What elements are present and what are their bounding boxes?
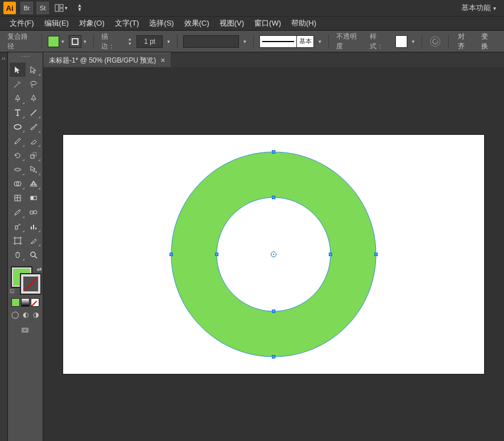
menu-edit[interactable]: 编辑(E) [39, 17, 74, 30]
perspective-grid-tool[interactable] [26, 176, 42, 191]
anchor-handle[interactable] [374, 253, 378, 256]
panel-grip-icon[interactable] [14, 56, 37, 60]
hand-tool[interactable] [10, 248, 26, 262]
stroke-swatch-button[interactable]: ▾ [69, 35, 88, 48]
gpu-preview-icon[interactable] [73, 2, 86, 14]
draw-inside-icon[interactable]: ◑ [31, 310, 40, 319]
main-workspace: ‹‹ [0, 52, 504, 441]
anchor-handle[interactable] [215, 253, 218, 256]
anchor-handle[interactable] [329, 253, 332, 256]
opacity-label[interactable]: 不透明度 [334, 32, 365, 51]
menu-object[interactable]: 对象(O) [74, 17, 110, 30]
fill-stroke-area: ⇄ ◱ [10, 266, 42, 294]
document-tabs: 未标题-1* @ 50% (RGB/GPU 预览) × [43, 52, 504, 67]
document-tab-title: 未标题-1* @ 50% (RGB/GPU 预览) [49, 56, 156, 65]
curvature-tool[interactable] [26, 91, 42, 105]
chevron-down-icon[interactable]: ▾ [166, 39, 171, 44]
screen-mode-button[interactable] [18, 324, 34, 337]
chevron-down-icon[interactable]: ▾ [242, 39, 247, 44]
column-graph-tool[interactable] [26, 219, 42, 233]
gradient-mode-button[interactable] [21, 298, 30, 307]
divider [42, 34, 42, 49]
draw-normal-icon[interactable]: ◯ [11, 310, 19, 319]
svg-rect-0 [55, 5, 59, 11]
chevron-down-icon: ▾ [493, 5, 496, 11]
recolor-artwork-icon[interactable] [430, 36, 440, 47]
artboard-tool[interactable] [10, 233, 26, 248]
stroke-weight-input[interactable] [137, 35, 163, 48]
color-mode-button[interactable] [11, 298, 20, 307]
menu-window[interactable]: 窗口(W) [249, 17, 286, 30]
menu-bar: 文件(F) 编辑(E) 对象(O) 文字(T) 选择(S) 效果(C) 视图(V… [0, 16, 504, 31]
chevron-down-icon[interactable]: ▾ [317, 39, 323, 44]
center-point-icon[interactable] [271, 252, 276, 257]
mesh-tool[interactable] [10, 191, 26, 205]
lasso-tool[interactable] [26, 77, 42, 91]
zoom-tool[interactable] [26, 248, 42, 262]
anchor-handle[interactable] [272, 150, 275, 154]
free-transform-tool[interactable] [26, 162, 42, 176]
stock-icon[interactable]: St [36, 2, 49, 14]
transform-panel-button[interactable]: 变换 [478, 30, 498, 53]
artboard[interactable] [63, 135, 484, 374]
svg-line-23 [35, 256, 37, 258]
ellipse-tool[interactable] [10, 119, 26, 134]
variable-width-profile[interactable] [183, 35, 239, 48]
selection-type-label: 复合路径 [6, 32, 36, 51]
anchor-handle[interactable] [170, 253, 173, 256]
menu-effect[interactable]: 效果(C) [179, 17, 214, 30]
pencil-tool[interactable] [10, 134, 26, 148]
stroke-weight-stepper[interactable]: ▲▼ [126, 35, 133, 48]
svg-point-22 [31, 252, 35, 257]
workspace-switcher[interactable]: 基本功能 ▾ [457, 1, 501, 15]
svg-point-7 [14, 125, 21, 129]
anchor-handle[interactable] [272, 196, 275, 199]
anchor-handle[interactable] [272, 355, 275, 358]
menu-help[interactable]: 帮助(H) [286, 17, 321, 30]
close-icon[interactable]: × [160, 56, 165, 65]
menu-view[interactable]: 视图(V) [214, 17, 249, 30]
brush-preview-icon [259, 35, 297, 48]
shape-builder-tool[interactable] [10, 176, 26, 191]
chevron-down-icon[interactable]: ▾ [411, 39, 416, 44]
slice-tool[interactable] [26, 233, 42, 248]
symbol-sprayer-tool[interactable] [10, 219, 26, 233]
stroke-label[interactable]: 描边： [100, 32, 123, 51]
pen-tool[interactable] [10, 91, 26, 105]
bridge-icon[interactable]: Br [20, 2, 33, 14]
fill-swatch-button[interactable]: ▾ [48, 36, 65, 47]
type-tool[interactable] [10, 105, 26, 119]
menu-select[interactable]: 选择(S) [144, 17, 179, 30]
selection-tool[interactable] [10, 63, 26, 77]
document-tab[interactable]: 未标题-1* @ 50% (RGB/GPU 预览) × [43, 52, 171, 67]
magic-wand-tool[interactable] [10, 77, 26, 91]
none-mode-button[interactable] [31, 298, 39, 307]
direct-selection-tool[interactable] [26, 63, 42, 77]
gradient-tool[interactable] [26, 191, 42, 205]
scale-tool[interactable] [26, 148, 42, 162]
panel-collapse-tab[interactable]: ‹‹ [0, 52, 8, 441]
graphic-style-swatch[interactable] [395, 35, 408, 48]
rotate-tool[interactable] [10, 148, 26, 162]
eyedropper-tool[interactable] [10, 205, 26, 219]
anchor-handle[interactable] [272, 310, 275, 313]
default-fill-stroke-icon[interactable]: ◱ [10, 288, 15, 294]
menu-file[interactable]: 文件(F) [5, 17, 39, 30]
canvas-viewport[interactable] [43, 67, 504, 441]
eraser-tool[interactable] [26, 134, 42, 148]
menu-type[interactable]: 文字(T) [110, 17, 144, 30]
brush-label: 基本 [297, 35, 314, 48]
arrange-docs-icon[interactable]: ▾ [52, 2, 70, 14]
divider [328, 34, 329, 49]
line-segment-tool[interactable] [26, 105, 42, 119]
swap-fill-stroke-icon[interactable]: ⇄ [37, 266, 42, 273]
stroke-swatch[interactable] [21, 274, 40, 294]
align-panel-button[interactable]: 对齐 [455, 30, 475, 53]
width-tool[interactable] [10, 162, 26, 176]
blend-tool[interactable] [26, 205, 42, 219]
chevron-down-icon: ▾ [82, 39, 88, 44]
paintbrush-tool[interactable] [26, 119, 42, 134]
brush-definition-button[interactable]: 基本 [259, 35, 314, 48]
draw-behind-icon[interactable]: ◐ [21, 310, 30, 319]
svg-rect-25 [23, 329, 27, 331]
